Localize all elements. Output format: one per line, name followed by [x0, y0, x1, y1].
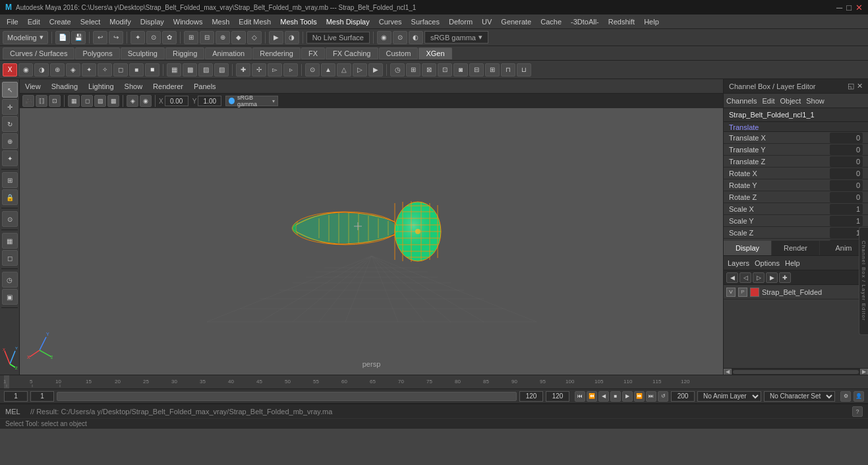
xgen-btn-14[interactable]: ▧	[214, 63, 229, 77]
show-menu[interactable]: Show	[125, 82, 143, 90]
xgen-btn-9[interactable]: ■	[129, 63, 144, 77]
snap-point-button[interactable]: ⊕	[216, 31, 230, 44]
attr-rotate-z-value[interactable]: 0	[830, 192, 863, 202]
xgen-btn-6[interactable]: ✦	[82, 63, 96, 77]
lighting-menu[interactable]: Lighting	[88, 82, 114, 90]
lasso-button[interactable]: ⊙	[146, 31, 161, 44]
hide-toggle[interactable]: ◷	[2, 272, 18, 288]
menu-curves[interactable]: Curves	[375, 16, 406, 27]
move-tool[interactable]: ✛	[2, 99, 18, 115]
timeline[interactable]: 1 5 10 15 20 25 30 35 40 45 50 55 60 65 …	[0, 375, 868, 389]
vp-camera-btn[interactable]: 🎥	[22, 95, 34, 107]
play-back-button[interactable]: ◀	[598, 391, 609, 402]
attr-translate-y[interactable]: Translate Y 0	[724, 144, 868, 156]
skip-to-end-button[interactable]: ⏭	[646, 391, 656, 402]
attr-rotate-y-value[interactable]: 0	[830, 180, 863, 191]
viewport-canvas[interactable]: persp Y X Z	[20, 108, 723, 375]
cb-menu-object[interactable]: Object	[780, 97, 801, 105]
attr-scale-z-value[interactable]: 1	[830, 228, 863, 238]
play-button[interactable]: ▶	[622, 391, 633, 402]
cb-close-icon[interactable]: ✕	[857, 82, 863, 90]
menu-edit[interactable]: Edit	[24, 16, 44, 27]
xgen-btn-28[interactable]: ◙	[453, 63, 468, 77]
tb-btn-2[interactable]: ⊙	[393, 31, 407, 44]
cb-float-icon[interactable]: ◱	[848, 82, 854, 90]
viewport[interactable]: View Shading Lighting Show Renderer Pane…	[20, 79, 723, 375]
select-tool-button[interactable]: ✦	[130, 31, 145, 44]
tab-curves-surfaces[interactable]: Curves / Surfaces	[3, 47, 74, 59]
wireframe-button[interactable]: ◻	[2, 250, 18, 266]
menu-select[interactable]: Select	[76, 16, 105, 27]
attribute-editor-tab[interactable]: Channel Box / Layer Editor	[859, 227, 868, 335]
le-menu-help[interactable]: Help	[785, 259, 800, 267]
char-button[interactable]: 👤	[854, 391, 864, 402]
close-button[interactable]: ✕	[855, 3, 863, 13]
xgen-btn-24[interactable]: ◷	[390, 63, 405, 77]
tab-render[interactable]: Render	[772, 241, 820, 255]
tab-custom[interactable]: Custom	[379, 47, 419, 59]
lock-tool[interactable]: 🔒	[2, 189, 18, 205]
xgen-btn-19[interactable]: ⊙	[305, 63, 320, 77]
ipr-button[interactable]: ◑	[285, 31, 299, 44]
grid-view-button[interactable]: ▦	[2, 233, 18, 249]
menu-display[interactable]: Display	[136, 16, 168, 27]
xgen-btn-13[interactable]: ▨	[198, 63, 213, 77]
max-frame-input[interactable]	[671, 391, 695, 402]
shading-menu[interactable]: Shading	[51, 82, 78, 90]
menu-modify[interactable]: Modify	[105, 16, 134, 27]
attr-rotate-x-value[interactable]: 0	[830, 168, 863, 179]
tab-rendering[interactable]: Rendering	[252, 47, 301, 59]
le-next2-btn[interactable]: ▶	[766, 272, 778, 283]
help-button[interactable]: ?	[852, 406, 863, 417]
xgen-btn-31[interactable]: ⊓	[501, 63, 515, 77]
layer-p-box[interactable]: P	[738, 288, 747, 297]
xgen-btn-20[interactable]: ▲	[321, 63, 335, 77]
window-controls[interactable]: ─ □ ✕	[836, 3, 863, 13]
attr-rotate-x[interactable]: Rotate X 0	[724, 168, 868, 179]
panels-menu[interactable]: Panels	[194, 82, 216, 90]
transform-x-input[interactable]	[165, 96, 188, 106]
vp-film-btn[interactable]: ⟦⟧	[36, 95, 47, 107]
render-button[interactable]: ▶	[269, 31, 283, 44]
menu-surfaces[interactable]: Surfaces	[407, 16, 444, 27]
xgen-btn-3[interactable]: ◑	[34, 63, 49, 77]
rotate-tool[interactable]: ↻	[2, 116, 18, 132]
color-space-selector[interactable]: sRGB gamma ▾	[225, 96, 278, 106]
le-scroll-left[interactable]: ◀	[724, 369, 732, 375]
menu-redshift[interactable]: Redshift	[604, 16, 639, 27]
undo-button[interactable]: ↩	[93, 31, 107, 44]
snap-curve-button[interactable]: ⊟	[200, 31, 214, 44]
tb-btn-3[interactable]: ◐	[409, 31, 423, 44]
timeline-track[interactable]: 1 5 10 15 20 25 30 35 40 45 50 55 60 65 …	[0, 375, 699, 388]
xgen-btn-22[interactable]: ▷	[353, 63, 367, 77]
view-menu[interactable]: View	[25, 82, 41, 90]
skip-to-start-button[interactable]: ⏮	[575, 391, 585, 402]
xgen-btn-2[interactable]: ◉	[18, 63, 33, 77]
tab-rigging[interactable]: Rigging	[165, 47, 204, 59]
select-tool[interactable]: ↖	[2, 82, 18, 98]
xgen-btn-16[interactable]: ✢	[252, 63, 266, 77]
show-last-tool[interactable]: ⊙	[2, 211, 18, 227]
step-back-button[interactable]: ⏪	[587, 391, 597, 402]
menu-mesh-tools[interactable]: Mesh Tools	[276, 16, 320, 27]
menu-uv[interactable]: UV	[478, 16, 496, 27]
vp-wire-btn[interactable]: ◈	[127, 95, 138, 107]
cb-menu-show[interactable]: Show	[806, 97, 825, 105]
xgen-btn-25[interactable]: ⊞	[406, 63, 420, 77]
prefs-button[interactable]: ⚙	[840, 391, 851, 402]
vp-guide-btn[interactable]: ⊡	[49, 95, 61, 107]
vp-grid-btn[interactable]: ▦	[68, 95, 80, 107]
cb-menu-edit[interactable]: Edit	[762, 97, 774, 105]
scale-tool[interactable]: ⊕	[2, 133, 18, 149]
xgen-btn-4[interactable]: ⊕	[50, 63, 65, 77]
xgen-btn-8[interactable]: ◻	[113, 63, 128, 77]
transform-y-input[interactable]	[198, 96, 221, 106]
attr-rotate-z[interactable]: Rotate Z 0	[724, 191, 868, 203]
attr-scale-x[interactable]: Scale X 1	[724, 203, 868, 215]
vp-single-btn[interactable]: ◻	[81, 95, 93, 107]
xgen-btn-10[interactable]: ◽	[145, 63, 159, 77]
attr-translate-y-value[interactable]: 0	[830, 144, 863, 155]
menu-windows[interactable]: Windows	[169, 16, 207, 27]
save-button[interactable]: 💾	[71, 31, 86, 44]
le-scroll-track[interactable]	[733, 370, 859, 374]
